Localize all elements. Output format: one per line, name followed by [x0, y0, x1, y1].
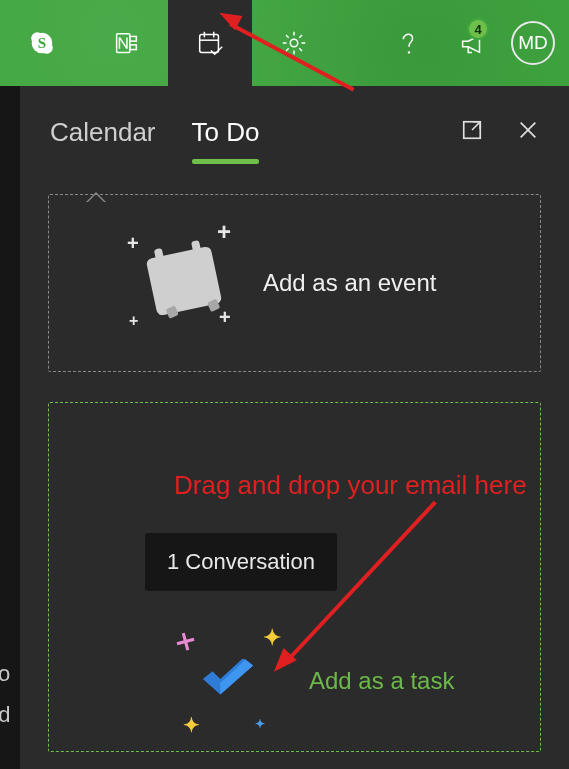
skype-icon: S — [27, 28, 57, 58]
svg-rect-6 — [130, 45, 137, 50]
svg-line-14 — [472, 122, 480, 130]
calendar-check-icon — [195, 28, 225, 58]
bg-text: ed — [0, 702, 10, 728]
svg-rect-7 — [200, 35, 219, 53]
notification-badge: 4 — [467, 18, 489, 40]
onenote-button[interactable] — [84, 0, 168, 86]
conversation-count-pill: 1 Conversation — [145, 533, 337, 591]
event-dropzone[interactable]: + + + + Add as an event — [48, 194, 541, 372]
svg-point-12 — [408, 51, 410, 53]
close-icon — [517, 119, 539, 141]
svg-point-11 — [290, 39, 298, 47]
popout-icon — [461, 119, 483, 141]
avatar-initials: MD — [518, 32, 548, 54]
panel-tabs: Calendar To Do — [20, 86, 569, 164]
bg-text: to — [0, 661, 10, 687]
calendar-illustration: + + + + — [139, 228, 229, 338]
tab-calendar[interactable]: Calendar — [50, 117, 156, 164]
tab-todo[interactable]: To Do — [192, 117, 260, 164]
announcements-button[interactable]: 4 — [439, 0, 505, 86]
close-button[interactable] — [517, 116, 539, 164]
svg-text:S: S — [38, 35, 46, 51]
avatar[interactable]: MD — [511, 21, 555, 65]
todo-check-icon — [199, 659, 257, 703]
help-button[interactable] — [379, 0, 439, 86]
svg-rect-5 — [130, 36, 137, 41]
task-dropzone-label: Add as a task — [309, 667, 454, 695]
myday-button[interactable] — [168, 0, 252, 86]
skype-button[interactable]: S — [0, 0, 84, 86]
task-dropzone[interactable]: 1 Conversation ✕ ✦ ✦ ✦ Add as a task — [48, 402, 541, 752]
background-sliver: to ed — [0, 86, 20, 769]
event-dropzone-label: Add as an event — [263, 269, 436, 297]
help-icon — [394, 28, 424, 58]
annotation-text: Drag and drop your email here — [174, 470, 527, 501]
myday-panel: to ed Calendar To Do + — [20, 86, 569, 769]
task-illustration: ✕ ✦ ✦ ✦ — [169, 629, 289, 739]
popout-button[interactable] — [461, 119, 483, 161]
top-nav-bar: S 4 — [0, 0, 569, 86]
onenote-icon — [111, 28, 141, 58]
